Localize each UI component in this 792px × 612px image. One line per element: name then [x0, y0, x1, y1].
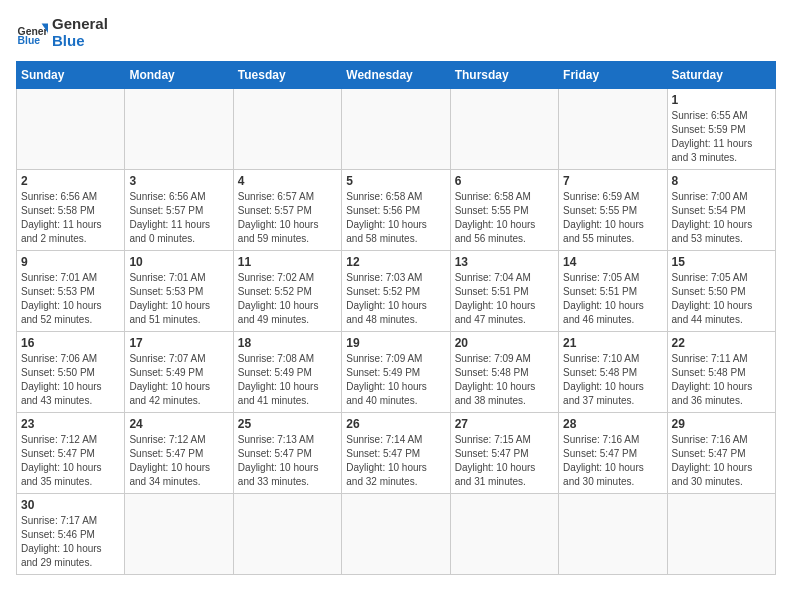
calendar-cell	[125, 89, 233, 170]
calendar-cell	[233, 89, 341, 170]
col-header-wednesday: Wednesday	[342, 62, 450, 89]
calendar-week-3: 9Sunrise: 7:01 AMSunset: 5:53 PMDaylight…	[17, 251, 776, 332]
calendar-cell: 11Sunrise: 7:02 AMSunset: 5:52 PMDayligh…	[233, 251, 341, 332]
calendar-cell: 7Sunrise: 6:59 AMSunset: 5:55 PMDaylight…	[559, 170, 667, 251]
calendar-cell: 15Sunrise: 7:05 AMSunset: 5:50 PMDayligh…	[667, 251, 775, 332]
day-number: 27	[455, 417, 554, 431]
calendar-cell: 27Sunrise: 7:15 AMSunset: 5:47 PMDayligh…	[450, 413, 558, 494]
day-number: 25	[238, 417, 337, 431]
day-number: 8	[672, 174, 771, 188]
day-number: 6	[455, 174, 554, 188]
day-number: 7	[563, 174, 662, 188]
calendar-cell	[17, 89, 125, 170]
calendar-cell: 23Sunrise: 7:12 AMSunset: 5:47 PMDayligh…	[17, 413, 125, 494]
day-info: Sunrise: 7:15 AMSunset: 5:47 PMDaylight:…	[455, 433, 554, 489]
day-info: Sunrise: 6:56 AMSunset: 5:58 PMDaylight:…	[21, 190, 120, 246]
col-header-thursday: Thursday	[450, 62, 558, 89]
calendar-cell: 26Sunrise: 7:14 AMSunset: 5:47 PMDayligh…	[342, 413, 450, 494]
calendar-header-row: SundayMondayTuesdayWednesdayThursdayFrid…	[17, 62, 776, 89]
calendar-week-1: 1Sunrise: 6:55 AMSunset: 5:59 PMDaylight…	[17, 89, 776, 170]
calendar-cell: 13Sunrise: 7:04 AMSunset: 5:51 PMDayligh…	[450, 251, 558, 332]
day-number: 4	[238, 174, 337, 188]
calendar-cell	[559, 89, 667, 170]
day-number: 16	[21, 336, 120, 350]
day-info: Sunrise: 6:56 AMSunset: 5:57 PMDaylight:…	[129, 190, 228, 246]
day-number: 24	[129, 417, 228, 431]
calendar-cell: 30Sunrise: 7:17 AMSunset: 5:46 PMDayligh…	[17, 494, 125, 575]
day-info: Sunrise: 6:59 AMSunset: 5:55 PMDaylight:…	[563, 190, 662, 246]
day-number: 10	[129, 255, 228, 269]
day-number: 9	[21, 255, 120, 269]
day-number: 22	[672, 336, 771, 350]
calendar-cell	[125, 494, 233, 575]
day-info: Sunrise: 7:12 AMSunset: 5:47 PMDaylight:…	[129, 433, 228, 489]
day-number: 29	[672, 417, 771, 431]
calendar-week-6: 30Sunrise: 7:17 AMSunset: 5:46 PMDayligh…	[17, 494, 776, 575]
calendar-cell: 29Sunrise: 7:16 AMSunset: 5:47 PMDayligh…	[667, 413, 775, 494]
calendar-cell: 28Sunrise: 7:16 AMSunset: 5:47 PMDayligh…	[559, 413, 667, 494]
day-info: Sunrise: 7:13 AMSunset: 5:47 PMDaylight:…	[238, 433, 337, 489]
calendar-cell: 1Sunrise: 6:55 AMSunset: 5:59 PMDaylight…	[667, 89, 775, 170]
day-info: Sunrise: 7:09 AMSunset: 5:48 PMDaylight:…	[455, 352, 554, 408]
day-info: Sunrise: 7:01 AMSunset: 5:53 PMDaylight:…	[21, 271, 120, 327]
day-info: Sunrise: 7:05 AMSunset: 5:51 PMDaylight:…	[563, 271, 662, 327]
calendar-cell: 2Sunrise: 6:56 AMSunset: 5:58 PMDaylight…	[17, 170, 125, 251]
day-number: 23	[21, 417, 120, 431]
calendar-cell	[450, 494, 558, 575]
day-number: 5	[346, 174, 445, 188]
day-info: Sunrise: 7:03 AMSunset: 5:52 PMDaylight:…	[346, 271, 445, 327]
day-info: Sunrise: 7:00 AMSunset: 5:54 PMDaylight:…	[672, 190, 771, 246]
calendar-cell	[667, 494, 775, 575]
col-header-tuesday: Tuesday	[233, 62, 341, 89]
day-info: Sunrise: 7:02 AMSunset: 5:52 PMDaylight:…	[238, 271, 337, 327]
day-number: 28	[563, 417, 662, 431]
col-header-friday: Friday	[559, 62, 667, 89]
col-header-sunday: Sunday	[17, 62, 125, 89]
day-number: 26	[346, 417, 445, 431]
day-info: Sunrise: 7:05 AMSunset: 5:50 PMDaylight:…	[672, 271, 771, 327]
day-info: Sunrise: 7:06 AMSunset: 5:50 PMDaylight:…	[21, 352, 120, 408]
calendar: SundayMondayTuesdayWednesdayThursdayFrid…	[16, 61, 776, 575]
calendar-cell: 24Sunrise: 7:12 AMSunset: 5:47 PMDayligh…	[125, 413, 233, 494]
calendar-week-5: 23Sunrise: 7:12 AMSunset: 5:47 PMDayligh…	[17, 413, 776, 494]
day-info: Sunrise: 6:57 AMSunset: 5:57 PMDaylight:…	[238, 190, 337, 246]
svg-text:Blue: Blue	[18, 35, 41, 46]
calendar-cell: 3Sunrise: 6:56 AMSunset: 5:57 PMDaylight…	[125, 170, 233, 251]
calendar-cell: 22Sunrise: 7:11 AMSunset: 5:48 PMDayligh…	[667, 332, 775, 413]
calendar-cell: 20Sunrise: 7:09 AMSunset: 5:48 PMDayligh…	[450, 332, 558, 413]
day-info: Sunrise: 7:11 AMSunset: 5:48 PMDaylight:…	[672, 352, 771, 408]
calendar-cell	[559, 494, 667, 575]
day-number: 3	[129, 174, 228, 188]
day-number: 20	[455, 336, 554, 350]
col-header-monday: Monday	[125, 62, 233, 89]
calendar-cell: 5Sunrise: 6:58 AMSunset: 5:56 PMDaylight…	[342, 170, 450, 251]
calendar-cell: 16Sunrise: 7:06 AMSunset: 5:50 PMDayligh…	[17, 332, 125, 413]
calendar-cell: 8Sunrise: 7:00 AMSunset: 5:54 PMDaylight…	[667, 170, 775, 251]
day-info: Sunrise: 7:16 AMSunset: 5:47 PMDaylight:…	[672, 433, 771, 489]
calendar-cell: 14Sunrise: 7:05 AMSunset: 5:51 PMDayligh…	[559, 251, 667, 332]
day-number: 2	[21, 174, 120, 188]
calendar-cell	[450, 89, 558, 170]
day-number: 14	[563, 255, 662, 269]
col-header-saturday: Saturday	[667, 62, 775, 89]
day-info: Sunrise: 6:58 AMSunset: 5:55 PMDaylight:…	[455, 190, 554, 246]
calendar-cell: 17Sunrise: 7:07 AMSunset: 5:49 PMDayligh…	[125, 332, 233, 413]
calendar-cell: 21Sunrise: 7:10 AMSunset: 5:48 PMDayligh…	[559, 332, 667, 413]
day-info: Sunrise: 7:09 AMSunset: 5:49 PMDaylight:…	[346, 352, 445, 408]
calendar-cell	[342, 89, 450, 170]
calendar-cell	[342, 494, 450, 575]
day-number: 12	[346, 255, 445, 269]
day-number: 18	[238, 336, 337, 350]
day-info: Sunrise: 7:04 AMSunset: 5:51 PMDaylight:…	[455, 271, 554, 327]
day-info: Sunrise: 7:01 AMSunset: 5:53 PMDaylight:…	[129, 271, 228, 327]
calendar-cell	[233, 494, 341, 575]
calendar-cell: 12Sunrise: 7:03 AMSunset: 5:52 PMDayligh…	[342, 251, 450, 332]
page-header: General Blue General Blue	[16, 16, 776, 49]
calendar-cell: 6Sunrise: 6:58 AMSunset: 5:55 PMDaylight…	[450, 170, 558, 251]
calendar-week-4: 16Sunrise: 7:06 AMSunset: 5:50 PMDayligh…	[17, 332, 776, 413]
day-number: 11	[238, 255, 337, 269]
day-info: Sunrise: 7:12 AMSunset: 5:47 PMDaylight:…	[21, 433, 120, 489]
day-number: 30	[21, 498, 120, 512]
calendar-cell: 4Sunrise: 6:57 AMSunset: 5:57 PMDaylight…	[233, 170, 341, 251]
calendar-cell: 18Sunrise: 7:08 AMSunset: 5:49 PMDayligh…	[233, 332, 341, 413]
